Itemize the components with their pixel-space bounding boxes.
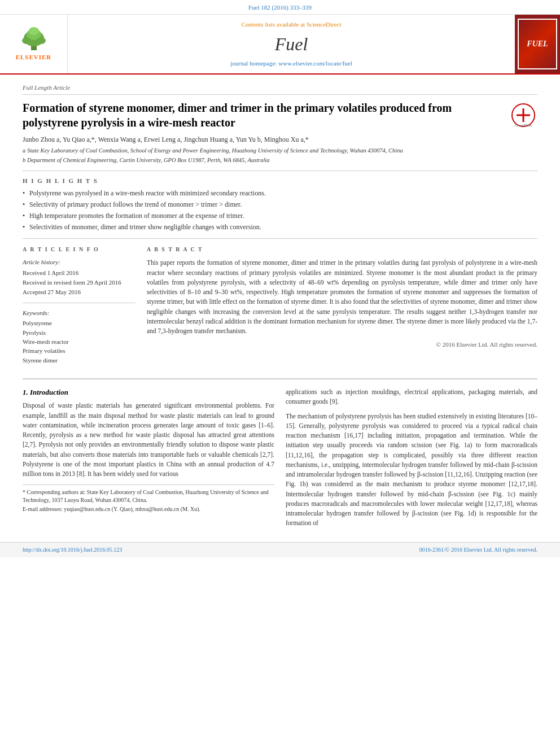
highlights-section: H I G H L I G H T S Polystyrene was pyro… <box>23 177 537 232</box>
journal-cover: FUEL <box>515 15 560 73</box>
elsevier-brand-text: ELSEVIER <box>16 53 52 62</box>
svg-point-3 <box>29 27 39 35</box>
doi-bar: http://dx.doi.org/10.1016/j.fuel.2016.05… <box>0 542 560 557</box>
copyright-line: © 2016 Elsevier Ltd. All rights reserved… <box>147 340 537 349</box>
keyword-5: Styrene dimer <box>23 356 135 365</box>
svg-text:CrossMark: CrossMark <box>514 123 532 128</box>
article-body: Full Length Article Formation of styrene… <box>0 75 560 542</box>
intro-heading: 1. Introduction <box>23 387 274 397</box>
keywords-label: Keywords: <box>23 309 135 317</box>
elsevier-tree-svg <box>14 26 54 51</box>
right-para-2: The mechanism of polystyrene pyrolysis h… <box>286 412 537 528</box>
citation-text: Fuel 182 (2016) 333–339 <box>248 4 312 11</box>
highlight-item-3: High temperature promotes the formation … <box>23 211 537 221</box>
sciencedirect-link-text[interactable]: ScienceDirect <box>307 21 342 28</box>
authors-line: Junbo Zhou a, Yu Qiao a,*, Wenxia Wang a… <box>23 134 537 145</box>
body-left-col: 1. Introduction Disposal of waste plasti… <box>23 387 274 533</box>
keyword-3: Wire-mesh reactor <box>23 338 135 346</box>
body-columns: 1. Introduction Disposal of waste plasti… <box>23 387 537 533</box>
accepted-date: Accepted 27 May 2016 <box>23 288 135 296</box>
footnote-area: * Corresponding authors at: State Key La… <box>23 484 274 513</box>
affiliation-a: a State Key Laboratory of Coal Combustio… <box>23 147 537 155</box>
article-info-col: A R T I C L E I N F O Article history: R… <box>23 246 135 370</box>
issn-text: 0016-2361/© 2016 Elsevier Ltd. All right… <box>419 546 537 554</box>
divider-1 <box>23 171 537 171</box>
article-title: Formation of styrene monomer, dimer and … <box>23 101 498 130</box>
affiliation-b: b Department of Chemical Engineering, Cu… <box>23 156 537 165</box>
highlights-title: H I G H L I G H T S <box>23 177 537 185</box>
footnote-email: E-mail addresses: yuqiao@hust.edu.cn (Y.… <box>23 505 274 513</box>
crossmark-badge: CrossMark <box>509 103 537 128</box>
intro-para-1: Disposal of waste plastic materials has … <box>23 401 274 479</box>
highlight-item-4: Selectivities of monomer, dimer and trim… <box>23 222 537 232</box>
journal-cover-image: FUEL <box>518 19 557 69</box>
article-type: Full Length Article <box>23 84 537 95</box>
svg-rect-0 <box>31 46 37 50</box>
body-right-col: applications such as injection mouldings… <box>286 387 537 533</box>
divider-2 <box>23 303 135 303</box>
keyword-4: Primary volatiles <box>23 347 135 355</box>
elsevier-logo: ELSEVIER <box>0 15 68 73</box>
history-label: Article history: <box>23 258 135 267</box>
highlight-item-1: Polystyrene was pyrolysed in a wire-mesh… <box>23 189 537 198</box>
abstract-text: This paper reports the formation of styr… <box>147 258 537 336</box>
highlight-item-2: Selectivity of primary product follows t… <box>23 200 537 209</box>
sciencedirect-line: Contents lists available at ScienceDirec… <box>241 20 341 29</box>
svg-point-4 <box>22 37 31 44</box>
keyword-2: Pyrolysis <box>23 329 135 337</box>
keywords-section: Keywords: Polystyrene Pyrolysis Wire-mes… <box>23 309 135 365</box>
doi-link[interactable]: http://dx.doi.org/10.1016/j.fuel.2016.05… <box>23 546 122 554</box>
svg-point-5 <box>37 37 46 44</box>
article-title-row: Formation of styrene monomer, dimer and … <box>23 101 537 130</box>
revised-date: Received in revised form 29 April 2016 <box>23 278 135 287</box>
journal-name: Fuel <box>275 32 308 57</box>
citation-bar: Fuel 182 (2016) 333–339 <box>0 0 560 15</box>
crossmark-svg: CrossMark <box>511 103 536 128</box>
right-para-1: applications such as injection mouldings… <box>286 387 537 407</box>
keyword-1: Polystyrene <box>23 319 135 327</box>
received-date: Received 1 April 2016 <box>23 269 135 277</box>
abstract-col: A B S T R A C T This paper reports the f… <box>147 246 537 370</box>
info-abstract-section: A R T I C L E I N F O Article history: R… <box>23 238 537 370</box>
journal-homepage: journal homepage: www.elsevier.com/locat… <box>230 59 352 68</box>
homepage-url[interactable]: www.elsevier.com/locate/fuel <box>278 60 352 67</box>
abstract-title: A B S T R A C T <box>147 246 537 254</box>
page: Fuel 182 (2016) 333–339 ELSEVIER Content… <box>0 0 560 557</box>
journal-header: ELSEVIER Contents lists available at Sci… <box>0 15 560 75</box>
journal-center: Contents lists available at ScienceDirec… <box>68 15 515 73</box>
footnote-star: * Corresponding authors at: State Key La… <box>23 488 274 504</box>
main-divider <box>23 378 537 379</box>
article-info-title: A R T I C L E I N F O <box>23 246 135 254</box>
history-section: Article history: Received 1 April 2016 R… <box>23 258 135 297</box>
